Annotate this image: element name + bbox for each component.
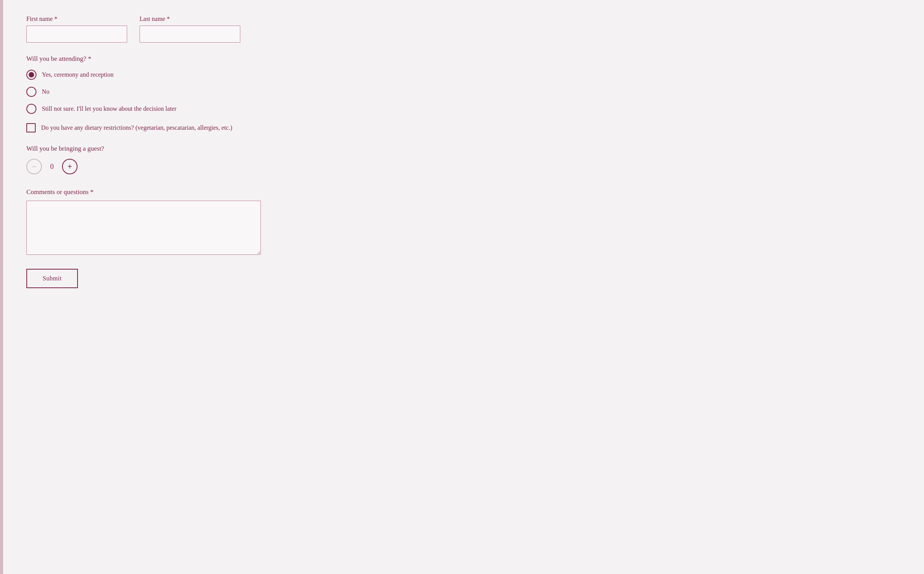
radio-button-unsure[interactable] [26,104,36,114]
stepper-increment-button[interactable]: + [62,159,78,174]
form-container: First name * Last name * Will you be att… [3,0,924,574]
dietary-checkbox-item[interactable]: Do you have any dietary restrictions? (v… [26,123,901,132]
dietary-checkbox[interactable] [26,123,36,132]
stepper-decrement-button[interactable]: − [26,159,42,174]
radio-label-unsure: Still not sure. I'll let you know about … [42,105,176,112]
page-container: First name * Last name * Will you be att… [0,0,924,574]
radio-item-ceremony[interactable]: Yes, ceremony and reception [26,70,901,80]
first-name-label: First name * [26,15,127,22]
first-name-field-group: First name * [26,15,127,43]
submit-button[interactable]: Submit [26,269,78,288]
guest-label: Will you be bringing a guest? [26,145,901,153]
comments-section: Comments or questions * [26,188,901,256]
stepper-value: 0 [48,163,56,171]
radio-item-unsure[interactable]: Still not sure. I'll let you know about … [26,104,901,114]
radio-label-ceremony: Yes, ceremony and reception [42,71,114,78]
first-name-input[interactable] [26,26,127,43]
last-name-label: Last name * [140,15,240,22]
radio-item-no[interactable]: No [26,87,901,97]
guest-section: Will you be bringing a guest? − 0 + [26,145,901,174]
last-name-field-group: Last name * [140,15,240,43]
radio-button-no[interactable] [26,87,36,97]
radio-button-ceremony[interactable] [26,70,36,80]
dietary-label: Do you have any dietary restrictions? (v… [41,124,232,131]
left-accent-border [0,0,3,574]
radio-label-no: No [42,88,50,95]
name-row: First name * Last name * [26,15,901,43]
attending-radio-group: Yes, ceremony and reception No Still not… [26,70,901,114]
guest-stepper: − 0 + [26,159,901,174]
comments-label: Comments or questions * [26,188,901,196]
attending-label: Will you be attending? * [26,55,901,63]
last-name-input[interactable] [140,26,240,43]
comments-textarea[interactable] [26,201,261,255]
attending-section: Will you be attending? * Yes, ceremony a… [26,55,901,132]
